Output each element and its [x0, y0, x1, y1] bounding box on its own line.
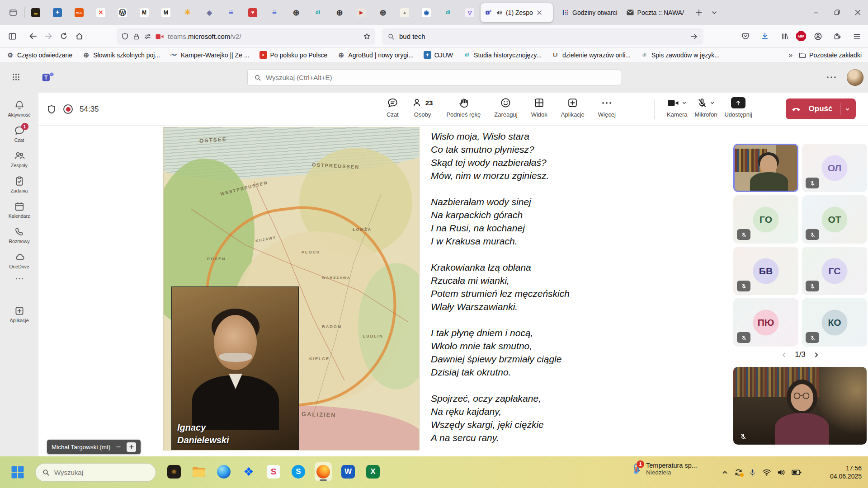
dark-app-icon[interactable]	[165, 462, 183, 481]
red-s-app-icon[interactable]: S	[265, 462, 282, 481]
pinned-tab-funnel-icon[interactable]: ▽	[465, 8, 474, 17]
firefox-icon[interactable]	[315, 462, 332, 481]
library-icon[interactable]	[777, 28, 792, 44]
self-video-tile[interactable]	[733, 367, 867, 445]
pinned-tab-sun-icon[interactable]: ☀	[183, 8, 192, 17]
firefox-view-icon[interactable]	[5, 5, 21, 20]
sync-icon[interactable]	[734, 468, 743, 477]
bookmark-kamper-warejko[interactable]: PKP Kamper-Warejko || Ze ...	[170, 51, 249, 59]
tab-audio-icon[interactable]	[496, 9, 502, 16]
tab-close-icon[interactable]	[537, 10, 542, 15]
view-control[interactable]: Widok	[531, 97, 547, 118]
sidebar-item-calendar[interactable]: Kalendarz	[3, 201, 36, 219]
pinned-tab-dlibra1-icon[interactable]: dl	[313, 8, 322, 17]
excel-icon[interactable]: X	[364, 462, 382, 481]
teams-search-input[interactable]	[266, 74, 614, 81]
people-control[interactable]: 23 Osoby	[412, 97, 433, 118]
camera-control[interactable]: Kamera	[667, 97, 688, 118]
chat-control[interactable]: Czat	[387, 97, 399, 118]
pinned-tab-dlibra2-icon[interactable]: dl	[443, 8, 453, 17]
adblock-plus-icon[interactable]: ABP	[796, 31, 806, 41]
new-tab-button[interactable]	[691, 5, 707, 20]
sidebar-toggle-icon[interactable]	[5, 28, 20, 44]
sidebar-item-tasks[interactable]: Zadania	[3, 176, 36, 193]
pinned-tab-dark-site-icon[interactable]: ▂	[31, 8, 40, 17]
taskbar-search[interactable]	[35, 463, 156, 482]
mic-control[interactable]: Mikrofon	[695, 97, 717, 118]
lock-icon[interactable]	[133, 33, 140, 40]
pinned-tab-list-blue-icon[interactable]: ≡	[226, 8, 236, 17]
participant-tile[interactable]: БВ	[733, 247, 798, 295]
browser-sphere-icon[interactable]	[215, 462, 232, 481]
window-close-button[interactable]	[847, 0, 868, 25]
more-control[interactable]: Więcej	[598, 97, 616, 118]
participant-video-tile[interactable]	[733, 144, 798, 192]
chevron-down-icon[interactable]	[844, 106, 850, 112]
account-icon[interactable]	[810, 28, 826, 44]
bookmark-slownik-szkolnych[interactable]: ⊕ Słownik szkolnych poj...	[82, 51, 160, 59]
user-avatar[interactable]	[847, 69, 863, 86]
teams-more-icon[interactable]	[826, 75, 836, 80]
bookmark-czesto-odwiedzane[interactable]: ⚙ Często odwiedzane	[6, 51, 72, 59]
pinned-tab-joomla-icon[interactable]: ✕	[96, 8, 105, 17]
forward-button[interactable]	[41, 28, 56, 44]
pinned-tab-globe3-icon[interactable]: ⊕	[378, 8, 387, 17]
pinned-tab-list-blue2-icon[interactable]: ≡	[270, 8, 279, 17]
extensions-icon[interactable]	[830, 28, 845, 44]
meeting-shield-icon[interactable]	[47, 104, 57, 115]
zoom-out-icon[interactable]	[116, 444, 121, 450]
raise-hand-control[interactable]: Podnieś rękę	[446, 97, 481, 118]
battery-icon[interactable]	[792, 469, 802, 476]
menu-hamburger-icon[interactable]	[849, 28, 864, 44]
sidebar-item-apps[interactable]: Aplikacje	[3, 305, 36, 323]
tray-mic-icon[interactable]	[749, 469, 756, 476]
participant-tile[interactable]: КО	[802, 298, 867, 347]
url-text[interactable]: teams.microsoft.com/v2/	[168, 33, 359, 40]
pinned-tab-wordpress-icon[interactable]: Ⓦ	[118, 8, 127, 17]
file-explorer-icon[interactable]	[190, 462, 208, 481]
apps-control[interactable]: Aplikacje	[561, 97, 585, 118]
pinned-tab-crest-icon[interactable]: ✦	[53, 8, 62, 17]
pinned-tab-wiki-ball-icon[interactable]: ◉	[422, 8, 431, 17]
sidebar-item-teams[interactable]: Zespoły	[3, 150, 36, 168]
pinned-tab-meg-icon[interactable]: MEG	[75, 8, 84, 17]
sidebar-item-activity[interactable]: Aktywność	[3, 100, 36, 117]
pocket-icon[interactable]	[738, 28, 753, 44]
weather-widget[interactable]: 1 Temperatura sp... Niedziela	[632, 462, 697, 476]
bookmark-agrobud[interactable]: ⊕ AgroBud | nowy orygi...	[337, 51, 413, 59]
participant-tile[interactable]: ГС	[802, 247, 867, 295]
participant-tile[interactable]: ПЮ	[733, 298, 798, 347]
sidebar-item-onedrive[interactable]: OneDrive	[3, 252, 36, 269]
bookmark-ojuw[interactable]: ✦ OJUW	[424, 51, 453, 59]
pager-prev-icon[interactable]	[781, 352, 788, 358]
back-button[interactable]	[25, 28, 41, 44]
bookmark-spis-zawodow[interactable]: dl Spis zawodów w język...	[641, 51, 720, 59]
reload-button[interactable]	[56, 28, 71, 44]
start-button-icon[interactable]	[11, 465, 24, 479]
bookmark-po-polsku-po-polsce[interactable]: ● Po polsku po Polsce	[259, 51, 328, 59]
bookmark-dzielenie-wyrazow[interactable]: Ll dzielenie wyrazów onli...	[552, 51, 631, 59]
sidebar-item-more[interactable]	[3, 277, 36, 287]
participant-tile[interactable]: ОЛ	[802, 144, 867, 192]
sidebar-item-chat[interactable]: 1 Czat	[3, 125, 36, 143]
pinned-tab-compass-icon[interactable]: ◈	[205, 8, 214, 17]
pinned-tab-red-logo-icon[interactable]: ♥	[248, 8, 257, 17]
url-bar[interactable]: teams.microsoft.com/v2/	[117, 28, 375, 45]
word-icon[interactable]: W	[340, 462, 357, 481]
volume-icon[interactable]	[777, 469, 786, 476]
search-input[interactable]	[399, 33, 685, 40]
pinned-tab-mm-logo-icon[interactable]: M	[140, 8, 149, 17]
participant-tile[interactable]: ГО	[733, 195, 798, 244]
tab-godziny[interactable]: Godziny otwarci	[557, 3, 622, 22]
tab-poczta[interactable]: Poczta :: NAWA/	[622, 3, 689, 22]
react-control[interactable]: Zareaguj	[494, 97, 517, 118]
waffle-menu-icon[interactable]	[8, 69, 24, 84]
browser-search-bar[interactable]	[382, 28, 703, 45]
camera-in-use-icon[interactable]	[156, 33, 164, 40]
dropbox-icon[interactable]: ❖	[240, 462, 257, 481]
sidebar-item-calls[interactable]: Rozmowy	[3, 226, 36, 244]
presenter-pill[interactable]: Michał Targowski (mt)	[47, 440, 141, 454]
zoom-in-icon[interactable]	[127, 442, 136, 452]
tray-expand-icon[interactable]	[722, 469, 728, 476]
window-restore-button[interactable]	[826, 0, 847, 25]
